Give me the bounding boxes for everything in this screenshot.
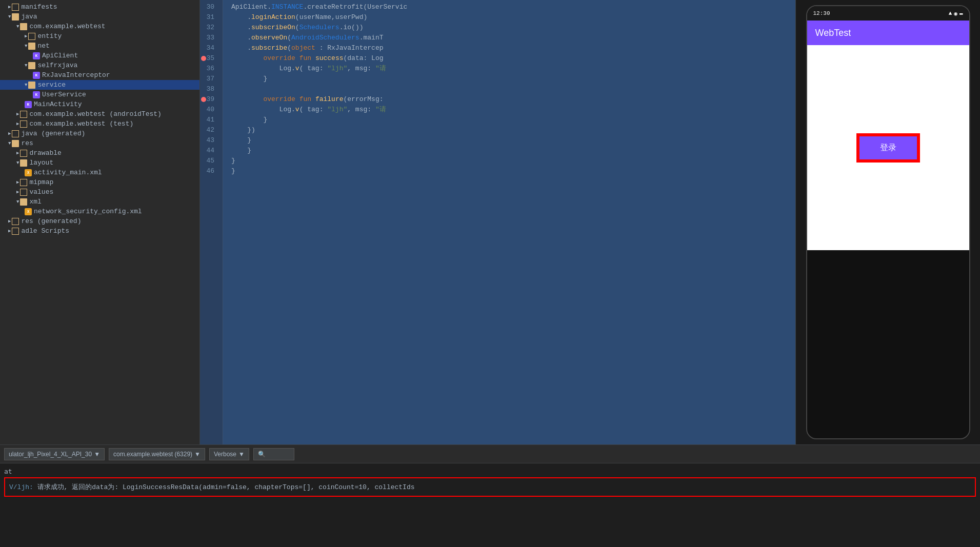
folder-icon [12, 4, 19, 11]
code-line-30: ApiClient.INSTANCE.createRetrofit(UserSe… [231, 2, 795, 12]
folder-icon [20, 120, 27, 128]
emulator-dropdown[interactable]: ulator_ljh_Pixel_4_XL_API_30 ▼ [4, 448, 105, 460]
code-line-40: Log.v( tag: "ljh", msg: "请 [231, 105, 795, 115]
tree-item-apiclient[interactable]: K ApiClient [0, 51, 199, 60]
item-label: values [29, 188, 53, 196]
line-num-44: 44 [200, 146, 218, 156]
tree-item-xml[interactable]: ▼ xml [0, 197, 199, 207]
item-label: net [37, 42, 49, 50]
tree-item-java-generated[interactable]: ▶ java (generated) [0, 129, 199, 138]
dropdown-arrow-icon: ▼ [194, 451, 201, 458]
tree-item-res-generated[interactable]: ▶ res (generated) [0, 216, 199, 226]
phone-content-area: 登录 [807, 45, 969, 250]
main-area: ▶ manifests ▼ java ▼ com.example.webtest… [0, 0, 980, 444]
verbose-label: Verbose [214, 451, 236, 458]
item-label: MainActivity [34, 100, 82, 108]
arrow-icon: ▼ [8, 141, 11, 146]
log-message: 请求成功, 返回的data为: LoginSuccessResData(admi… [37, 483, 415, 491]
tree-item-values[interactable]: ▶ values [0, 187, 199, 197]
item-label: java (generated) [21, 130, 85, 137]
folder-icon [28, 43, 35, 50]
code-line-37: } [231, 74, 795, 84]
line-num-45: 45 [200, 156, 218, 166]
code-text[interactable]: ApiClient.INSTANCE.createRetrofit(UserSe… [223, 0, 795, 444]
tree-item-gradle[interactable]: ▶ adle Scripts [0, 226, 199, 236]
tree-item-manifests[interactable]: ▶ manifests [0, 2, 199, 12]
folder-icon [12, 130, 19, 137]
code-line-35: override fun success(data: Log [231, 53, 795, 64]
line-num-35: 35 [200, 53, 218, 64]
folder-icon [20, 150, 27, 157]
tree-item-java[interactable]: ▼ java [0, 12, 199, 22]
folder-icon [12, 140, 19, 147]
tree-item-userservice[interactable]: K UserService [0, 90, 199, 99]
tree-item-layout[interactable]: ▼ layout [0, 158, 199, 168]
tree-item-mainactivity[interactable]: K MainActivity [0, 99, 199, 109]
verbose-dropdown[interactable]: Verbose ▼ [209, 448, 249, 460]
tree-item-test[interactable]: ▶ com.example.webtest (test) [0, 119, 199, 129]
code-line-38 [231, 84, 795, 94]
folder-icon [20, 111, 27, 118]
phone-app-bar: WebTest [807, 21, 969, 45]
code-line-36: Log.v( tag: "ljh", msg: "请 [231, 64, 795, 74]
phone-status-icons: ▲ ◉ ▬ [949, 10, 963, 17]
line-num-33: 33 [200, 33, 218, 43]
item-label: RxJavaInterceptor [42, 71, 110, 79]
tree-item-rxjavainterceptor[interactable]: K RxJavaInterceptor [0, 70, 199, 80]
arrow-icon: ▼ [8, 14, 11, 19]
file-tree-sidebar: ▶ manifests ▼ java ▼ com.example.webtest… [0, 0, 200, 444]
phone-status-bar: 12:30 ▲ ◉ ▬ [807, 6, 969, 21]
item-label: res (generated) [21, 217, 81, 225]
code-line-41: } [231, 115, 795, 125]
login-button[interactable]: 登录 [858, 135, 918, 161]
item-label: java [21, 13, 37, 21]
tree-item-com-example[interactable]: ▼ com.example.webtest [0, 22, 199, 31]
kotlin-file-icon: K [33, 72, 40, 79]
log-header: at [4, 468, 976, 475]
log-search-input[interactable] [253, 448, 294, 460]
xml-file-icon: X [25, 208, 32, 215]
item-label: ApiClient [42, 52, 78, 59]
emulator-label: ulator_ljh_Pixel_4_XL_API_30 [9, 451, 92, 458]
wifi-icon: ▲ [949, 10, 952, 16]
tree-item-res[interactable]: ▼ res [0, 138, 199, 148]
tree-item-net[interactable]: ▼ net [0, 41, 199, 51]
breakpoint-indicator [201, 97, 206, 102]
folder-icon [20, 198, 27, 206]
folder-icon [28, 62, 35, 69]
folder-icon [20, 179, 27, 186]
phone-outer: 12:30 ▲ ◉ ▬ WebTest 登录 [806, 5, 970, 439]
item-label: com.example.webtest (androidTest) [29, 110, 161, 118]
folder-icon [20, 159, 27, 167]
code-line-31: .loginAction(userName,userPwd) [231, 12, 795, 23]
line-num-30: 30 [200, 2, 218, 12]
arrow-icon: ▶ [8, 131, 11, 136]
code-line-42: }) [231, 125, 795, 135]
item-label: entity [37, 32, 62, 40]
tree-item-selfrxjava[interactable]: ▼ selfrxjava [0, 60, 199, 70]
arrow-icon: ▼ [16, 199, 19, 205]
arrow-icon: ▶ [8, 4, 11, 10]
tree-item-drawable[interactable]: ▶ drawable [0, 148, 199, 158]
tree-item-service[interactable]: ▼ service [0, 80, 199, 90]
code-line-33: .observeOn(AndroidSchedulers.mainT [231, 33, 795, 43]
tree-item-androidtest[interactable]: ▶ com.example.webtest (androidTest) [0, 109, 199, 119]
log-tag: V/ljh: [9, 483, 37, 491]
code-line-39: override fun failure(errorMsg: [231, 94, 795, 105]
line-num-38: 38 [200, 84, 218, 94]
package-label: com.example.webtest (6329) [113, 451, 192, 458]
line-num-42: 42 [200, 125, 218, 135]
tree-item-entity[interactable]: ▶ entity [0, 31, 199, 41]
line-numbers: 30 31 32 33 34 35 36 37 38 39 40 41 42 [200, 0, 223, 444]
arrow-icon: ▶ [16, 179, 19, 185]
kotlin-file-icon: K [25, 101, 32, 108]
tree-item-mipmap[interactable]: ▶ mipmap [0, 177, 199, 187]
tree-item-activity-main[interactable]: X activity_main.xml [0, 168, 199, 177]
item-label: layout [29, 159, 53, 167]
item-label: selfrxjava [37, 62, 77, 69]
folder-icon [20, 189, 27, 196]
package-dropdown[interactable]: com.example.webtest (6329) ▼ [109, 448, 205, 460]
folder-icon [12, 218, 19, 225]
folder-icon [12, 228, 19, 235]
tree-item-network-security[interactable]: X network_security_config.xml [0, 207, 199, 216]
